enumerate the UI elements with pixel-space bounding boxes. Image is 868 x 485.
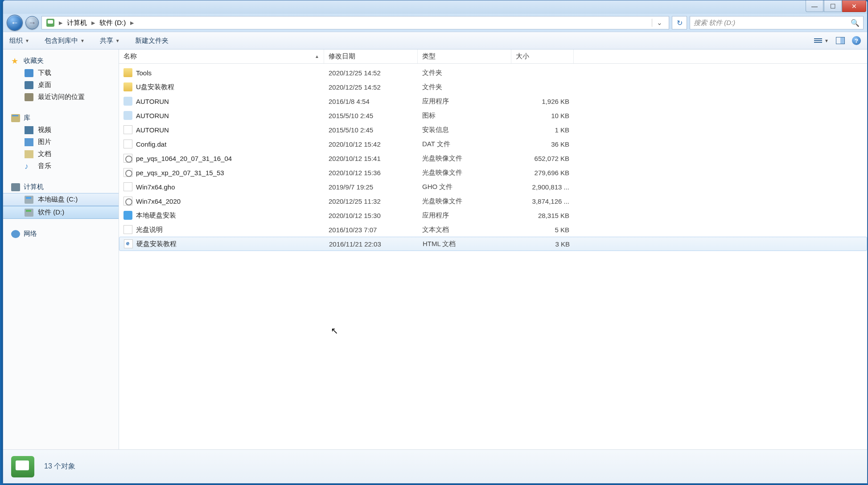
file-type: 图标	[418, 111, 511, 120]
libraries-group[interactable]: 库	[3, 112, 119, 124]
file-row[interactable]: Config.dat2020/10/12 15:42DAT 文件36 KB	[119, 137, 867, 151]
file-row[interactable]: 本地硬盘安装2020/10/12 15:30应用程序28,315 KB	[119, 208, 867, 222]
file-row[interactable]: Win7x64.gho2019/9/7 19:25GHO 文件2,900,813…	[119, 180, 867, 194]
computer-group[interactable]: 计算机	[3, 181, 119, 193]
breadcrumb-drive[interactable]: 软件 (D:)	[97, 19, 128, 27]
column-headers: 名称▲ 修改日期 类型 大小	[119, 49, 867, 64]
download-icon	[25, 69, 33, 77]
file-size: 28,315 KB	[511, 212, 574, 219]
file-name: AUTORUN	[136, 126, 169, 134]
column-name[interactable]: 名称▲	[119, 49, 324, 63]
address-dropdown[interactable]: ⌄	[652, 19, 667, 27]
status-text: 13 个对象	[44, 462, 75, 471]
preview-pane-button[interactable]	[836, 37, 845, 44]
file-type: 文本文档	[418, 226, 511, 234]
favorites-group[interactable]: ★ 收藏夹	[3, 55, 119, 67]
column-size[interactable]: 大小	[511, 49, 574, 63]
file-type: 光盘映像文件	[418, 169, 511, 177]
file-row[interactable]: Win7x64_20202020/12/25 11:32光盘映像文件3,874,…	[119, 194, 867, 208]
navigation-row: ← → ▶ 计算机 ▶ 软件 (D:) ▶ ⌄ ↻ 搜索 软件 (D:) 🔍	[3, 14, 867, 32]
sidebar-recent[interactable]: 最近访问的位置	[3, 91, 119, 103]
file-row[interactable]: pe_yqs_1064_20_07_31_16_042020/10/12 15:…	[119, 151, 867, 165]
file-size: 652,072 KB	[511, 155, 574, 162]
search-icon: 🔍	[851, 19, 860, 27]
music-icon: ♪	[25, 162, 33, 170]
file-type: 应用程序	[418, 97, 511, 106]
document-icon	[25, 150, 33, 158]
file-date: 2020/10/12 15:36	[324, 169, 418, 177]
sidebar-drive-d[interactable]: 软件 (D:)	[3, 206, 119, 219]
file-row[interactable]: AUTORUN2016/1/8 4:54应用程序1,926 KB	[119, 94, 867, 108]
file-row[interactable]: 硬盘安装教程2016/11/21 22:03HTML 文档3 KB	[119, 237, 867, 251]
organize-menu[interactable]: 组织▼	[9, 37, 29, 45]
file-icon	[123, 211, 132, 220]
sidebar-music[interactable]: ♪音乐	[3, 160, 119, 172]
share-menu[interactable]: 共享▼	[100, 37, 120, 45]
file-type: 光盘映像文件	[418, 197, 511, 206]
file-size: 279,696 KB	[511, 169, 574, 177]
file-size: 36 KB	[511, 140, 574, 148]
file-date: 2020/12/25 14:52	[324, 83, 418, 91]
file-name: 硬盘安装教程	[136, 240, 177, 248]
computer-icon	[11, 183, 20, 191]
status-bar: 13 个对象	[3, 449, 867, 483]
help-button[interactable]: ?	[852, 36, 861, 45]
file-name: Config.dat	[136, 140, 166, 148]
sort-asc-icon: ▲	[315, 54, 319, 59]
maximize-button[interactable]: ☐	[824, 0, 842, 12]
chevron-right-icon[interactable]: ▶	[128, 20, 136, 26]
file-icon	[123, 125, 132, 134]
drive-icon	[25, 209, 33, 217]
network-group[interactable]: 网络	[3, 228, 119, 240]
file-type: 文件夹	[418, 83, 511, 91]
file-date: 2020/12/25 14:52	[324, 69, 418, 77]
refresh-button[interactable]: ↻	[672, 16, 687, 29]
back-button[interactable]: ←	[7, 15, 23, 31]
new-folder-button[interactable]: 新建文件夹	[135, 37, 169, 45]
chevron-right-icon[interactable]: ▶	[57, 20, 64, 26]
sidebar-videos[interactable]: 视频	[3, 124, 119, 136]
file-date: 2016/10/23 7:07	[324, 226, 418, 234]
file-name: AUTORUN	[136, 98, 169, 105]
breadcrumb-computer[interactable]: 计算机	[64, 19, 90, 27]
include-library-menu[interactable]: 包含到库中▼	[45, 37, 85, 45]
column-type[interactable]: 类型	[418, 49, 511, 63]
recent-icon	[25, 93, 33, 101]
file-icon	[123, 68, 132, 77]
search-box[interactable]: 搜索 软件 (D:) 🔍	[690, 16, 864, 29]
file-icon	[123, 97, 132, 106]
file-list-pane: 名称▲ 修改日期 类型 大小 Tools2020/12/25 14:52文件夹U…	[119, 49, 867, 449]
file-icon	[124, 239, 133, 248]
file-row[interactable]: AUTORUN2015/5/10 2:45图标10 KB	[119, 108, 867, 123]
file-row[interactable]: pe_yqs_xp_20_07_31_15_532020/10/12 15:36…	[119, 165, 867, 180]
search-placeholder: 搜索 软件 (D:)	[694, 19, 735, 27]
file-name: Win7x64.gho	[136, 183, 175, 191]
file-list[interactable]: Tools2020/12/25 14:52文件夹U盘安装教程2020/12/25…	[119, 64, 867, 449]
file-date: 2019/9/7 19:25	[324, 183, 418, 191]
file-icon	[123, 225, 132, 234]
file-size: 5 KB	[511, 226, 574, 234]
view-options-button[interactable]: ▼	[814, 37, 829, 44]
network-icon	[11, 230, 20, 238]
file-row[interactable]: Tools2020/12/25 14:52文件夹	[119, 66, 867, 80]
file-date: 2020/10/12 15:30	[324, 212, 418, 219]
minimize-button[interactable]: —	[806, 0, 823, 12]
file-type: 应用程序	[418, 211, 511, 220]
file-name: pe_yqs_xp_20_07_31_15_53	[136, 169, 224, 177]
column-date[interactable]: 修改日期	[324, 49, 418, 63]
sidebar-pictures[interactable]: 图片	[3, 136, 119, 148]
close-button[interactable]: ✕	[842, 0, 866, 12]
forward-button[interactable]: →	[25, 16, 39, 29]
file-row[interactable]: AUTORUN2015/5/10 2:45安装信息1 KB	[119, 123, 867, 137]
file-row[interactable]: U盘安装教程2020/12/25 14:52文件夹	[119, 80, 867, 94]
sidebar-downloads[interactable]: 下载	[3, 67, 119, 79]
file-icon	[123, 154, 132, 163]
file-size: 3 KB	[512, 240, 574, 248]
sidebar-drive-c[interactable]: 本地磁盘 (C:)	[3, 193, 119, 206]
chevron-right-icon[interactable]: ▶	[90, 20, 97, 26]
file-name: AUTORUN	[136, 112, 169, 119]
sidebar-documents[interactable]: 文档	[3, 148, 119, 160]
file-row[interactable]: 光盘说明2016/10/23 7:07文本文档5 KB	[119, 222, 867, 237]
sidebar-desktop[interactable]: 桌面	[3, 79, 119, 91]
address-bar[interactable]: ▶ 计算机 ▶ 软件 (D:) ▶ ⌄	[41, 16, 669, 29]
